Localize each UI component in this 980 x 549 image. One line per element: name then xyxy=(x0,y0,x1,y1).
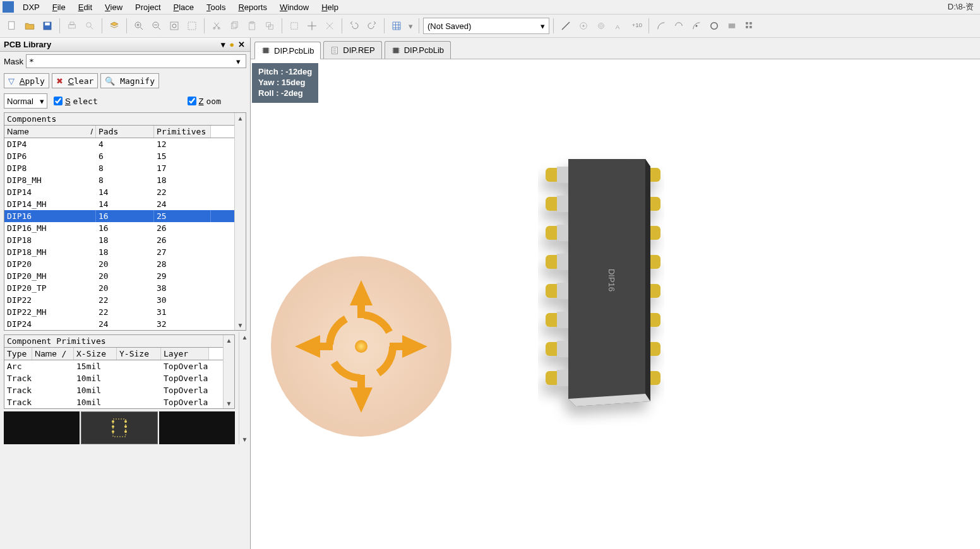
col-xsize-header[interactable]: X-Size xyxy=(74,348,117,360)
preview-slot[interactable] xyxy=(159,411,235,444)
apply-button[interactable]: ▽ Apply xyxy=(4,73,49,88)
track-button[interactable] xyxy=(558,18,574,34)
table-row[interactable]: Track10milTopOverla xyxy=(4,372,223,384)
string-button[interactable]: A xyxy=(611,18,627,34)
menu-dxp[interactable]: DXP xyxy=(16,1,46,13)
menu-file[interactable]: File xyxy=(46,1,72,13)
layers-button[interactable] xyxy=(106,18,122,34)
menu-project[interactable]: Project xyxy=(129,1,167,13)
panel-close-icon[interactable]: ✕ xyxy=(237,40,246,49)
mask-field[interactable] xyxy=(29,57,233,66)
panel-scrollbar[interactable]: ▲ ▼ xyxy=(239,332,250,444)
table-row[interactable]: DIP202028 xyxy=(4,258,234,270)
table-row[interactable]: DIP18_MH1827 xyxy=(4,246,234,258)
table-row[interactable]: DIP14_MH1424 xyxy=(4,198,234,210)
table-row[interactable]: Arc15milTopOverla xyxy=(4,360,223,372)
table-row[interactable]: Track10milTopOverla xyxy=(4,396,223,408)
table-row[interactable]: DIP20_TP2038 xyxy=(4,282,234,294)
coordinate-button[interactable]: +10,10 xyxy=(628,18,645,34)
document-combo[interactable]: (Not Saved)▾ xyxy=(423,18,549,34)
col-pads-header[interactable]: Pads xyxy=(96,126,154,138)
array-paste-button[interactable] xyxy=(741,18,758,34)
table-row[interactable]: DIP222230 xyxy=(4,294,234,306)
menu-reports[interactable]: Reports xyxy=(232,1,273,13)
panel-pin-icon[interactable]: ● xyxy=(228,40,236,49)
table-row[interactable]: DIP8_MH818 xyxy=(4,174,234,186)
print-preview-button[interactable] xyxy=(81,18,98,34)
scroll-up-icon[interactable]: ▲ xyxy=(237,113,244,123)
mode-select[interactable]: Normal▾ xyxy=(4,93,47,109)
table-row[interactable]: DIP6615 xyxy=(4,150,234,162)
col-primitives-header[interactable]: Primitives xyxy=(154,126,211,138)
arc-center-button[interactable] xyxy=(653,18,669,34)
table-row[interactable]: DIP20_MH2029 xyxy=(4,270,234,282)
cut-button[interactable] xyxy=(208,18,225,34)
copy-button[interactable] xyxy=(226,18,242,34)
grid-button[interactable] xyxy=(388,18,405,34)
menu-help[interactable]: Help xyxy=(315,1,345,13)
full-circle-button[interactable] xyxy=(706,18,722,34)
select-mode-button[interactable] xyxy=(286,18,302,34)
preview-slot[interactable] xyxy=(81,411,158,444)
redo-button[interactable] xyxy=(364,18,380,34)
col-name-header[interactable]: Name / xyxy=(4,126,96,138)
open-file-button[interactable] xyxy=(21,18,38,34)
zoom-checkbox[interactable]: Zoom xyxy=(188,97,221,106)
save-button[interactable] xyxy=(39,18,56,34)
table-row[interactable]: DIP4412 xyxy=(4,138,234,150)
table-row[interactable]: Track10milTopOverla xyxy=(4,384,223,396)
table-row[interactable]: DIP161625 xyxy=(4,210,234,222)
magnify-button[interactable]: 🔍 Magnify xyxy=(100,73,159,88)
paste-button[interactable] xyxy=(244,18,260,34)
table-row[interactable]: DIP242432 xyxy=(4,318,234,330)
table-row[interactable]: DIP16_MH1626 xyxy=(4,222,234,234)
arc-edge-button[interactable] xyxy=(671,18,687,34)
document-tab[interactable]: DIP.PcbLib xyxy=(385,41,451,59)
3d-canvas[interactable]: Pitch : -12deg Yaw : 15deg Roll : -2deg xyxy=(251,59,980,549)
col-ysize-header[interactable]: Y-Size xyxy=(117,348,161,360)
select-checkbox[interactable]: Select xyxy=(54,97,98,106)
clear-button[interactable]: ✖ Clear xyxy=(52,73,99,88)
menu-place[interactable]: Place xyxy=(167,1,201,13)
menu-window[interactable]: Window xyxy=(273,1,315,13)
zoom-area-button[interactable] xyxy=(184,18,200,34)
scroll-up-icon[interactable]: ▲ xyxy=(242,332,248,342)
zoom-in-button[interactable] xyxy=(131,18,147,34)
col-pname-header[interactable]: Name / xyxy=(32,348,74,360)
table-row[interactable]: DIP8817 xyxy=(4,162,234,174)
nav-orb-icon[interactable] xyxy=(270,255,453,438)
print-button[interactable] xyxy=(64,18,80,34)
menu-view[interactable]: View xyxy=(99,1,129,13)
mask-input[interactable]: ▾ xyxy=(26,54,246,68)
scroll-down-icon[interactable]: ▼ xyxy=(237,320,244,330)
arc-angle-button[interactable] xyxy=(688,18,705,34)
table-row[interactable]: DIP141422 xyxy=(4,186,234,198)
duplicate-button[interactable] xyxy=(261,18,278,34)
grid-dropdown-button[interactable]: ▾ xyxy=(406,18,415,34)
components-scrollbar[interactable]: ▲ ▼ xyxy=(234,113,246,330)
menu-edit[interactable]: Edit xyxy=(72,1,99,13)
table-row[interactable]: DIP181826 xyxy=(4,234,234,246)
primitives-scrollbar[interactable]: ▲ ▼ xyxy=(223,335,234,408)
pad-button[interactable] xyxy=(575,18,592,34)
zoom-fit-button[interactable] xyxy=(166,18,182,34)
deselect-button[interactable] xyxy=(321,18,338,34)
menu-tools[interactable]: Tools xyxy=(200,1,232,13)
col-layer-header[interactable]: Layer xyxy=(161,348,209,360)
move-button[interactable] xyxy=(304,18,320,34)
col-type-header[interactable]: Type xyxy=(4,348,32,360)
chip-3d-model[interactable]: DIP16 xyxy=(538,154,664,425)
document-tab[interactable]: DIP.REP xyxy=(323,41,381,59)
panel-menu-icon[interactable]: ▾ xyxy=(220,40,227,49)
zoom-out-button[interactable] xyxy=(148,18,165,34)
document-tab[interactable]: DIP.PcbLib xyxy=(254,42,321,59)
scroll-down-icon[interactable]: ▼ xyxy=(242,434,248,444)
preview-slot[interactable] xyxy=(4,411,80,444)
mask-dropdown-icon[interactable]: ▾ xyxy=(233,57,243,66)
scroll-down-icon[interactable]: ▼ xyxy=(226,398,232,408)
scroll-up-icon[interactable]: ▲ xyxy=(226,335,232,345)
undo-button[interactable] xyxy=(346,18,362,34)
via-button[interactable] xyxy=(593,18,609,34)
table-row[interactable]: DIP22_MH2231 xyxy=(4,306,234,318)
fill-button[interactable] xyxy=(724,18,740,34)
